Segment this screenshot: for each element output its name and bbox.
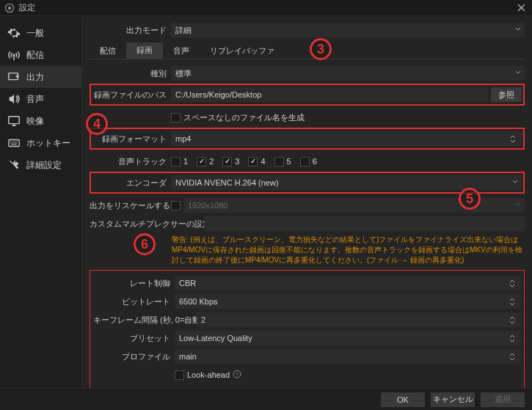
tab-stream[interactable]: 配信 [90, 43, 126, 59]
sidebar-item-label: 出力 [26, 71, 44, 84]
tab-replay-buffer[interactable]: リプレイバッファ [200, 43, 285, 59]
sidebar-item-output[interactable]: 出力 [0, 66, 81, 88]
encoder-settings-panel: レート制御 CBR ビットレート 6500 Kbps キーフレーム間隔 (秒, … [90, 270, 525, 388]
sidebar-item-general[interactable]: 一般 [0, 22, 81, 44]
lookahead-label: Look-ahead [187, 370, 230, 379]
custom-mux-label: カスタムマルチプレクサーの設定 [90, 219, 200, 230]
audio-track-5-checkbox[interactable] [274, 157, 284, 166]
rescale-value-select: 1920x1080 [183, 198, 525, 213]
keyboard-icon [7, 136, 21, 150]
audio-track-6-label: 6 [313, 157, 317, 166]
rate-control-label: レート制御 [93, 278, 170, 289]
bitrate-input[interactable]: 6500 Kbps [175, 294, 521, 309]
chevron-down-icon [514, 26, 522, 34]
chevron-down-icon [514, 69, 522, 78]
output-tabs: 配信 録画 音声 リプレイバッファ 3 [90, 43, 525, 59]
recording-format-label: 録画フォーマット [92, 133, 167, 144]
content-panel: 出力モード 詳細 配信 録画 音声 リプレイバッファ 3 種別 標準 録画ファイ… [82, 16, 532, 388]
recording-format-select[interactable]: mp4 [171, 131, 522, 146]
mp4-warning-text: 警告: (例えば、ブルースクリーン、電力損失などの結果として)ファイルをファイナ… [90, 235, 525, 266]
audio-track-4-checkbox[interactable] [248, 157, 258, 166]
preset-select[interactable]: Low-Latency Quality [175, 331, 521, 345]
output-mode-select[interactable]: 詳細 [171, 23, 525, 37]
bitrate-label: ビットレート [93, 296, 170, 307]
audio-track-1-checkbox[interactable] [171, 157, 181, 166]
cancel-button[interactable]: キャンセル [431, 392, 475, 407]
sidebar-item-audio[interactable]: 音声 [0, 88, 81, 110]
antenna-icon [7, 48, 21, 62]
sidebar-item-stream[interactable]: 配信 [0, 44, 81, 66]
annotation-badge-3: 3 [310, 38, 332, 60]
sidebar-item-hotkeys[interactable]: ホットキー [0, 132, 81, 154]
sidebar-item-label: 詳細設定 [26, 159, 62, 172]
spin-icon [510, 131, 519, 146]
rescale-checkbox[interactable] [171, 201, 181, 211]
profile-select[interactable]: main [175, 349, 521, 364]
nospace-label: スペースなしのファイル名を生成 [183, 112, 305, 123]
svg-rect-4 [9, 117, 19, 124]
gear-icon [7, 26, 21, 40]
spin-icon [509, 312, 518, 327]
audio-track-3-checkbox[interactable] [222, 157, 232, 166]
sidebar-item-video[interactable]: 映像 [0, 110, 81, 132]
audio-tracks-label: 音声トラック [90, 156, 167, 167]
recording-type-select[interactable]: 標準 [171, 66, 525, 81]
audio-track-6-checkbox[interactable] [300, 157, 310, 166]
recording-path-label: 録画ファイルのパス [92, 89, 167, 100]
custom-mux-input[interactable] [204, 216, 525, 231]
spin-icon [509, 331, 518, 345]
nospace-checkbox[interactable] [171, 113, 181, 122]
output-icon [7, 70, 21, 84]
encoder-select[interactable]: NVIDIA NVENC H.264 (new) [171, 175, 522, 190]
audio-track-5-label: 5 [287, 157, 291, 166]
monitor-icon [7, 114, 21, 128]
audio-track-4-label: 4 [260, 157, 265, 166]
sidebar: 一般 配信 出力 音声 映像 ホットキー 詳細設定 [0, 16, 82, 388]
tab-audio[interactable]: 音声 [163, 43, 200, 59]
help-icon[interactable]: ? [233, 370, 241, 380]
spin-icon [509, 294, 518, 309]
output-mode-value: 詳細 [175, 25, 192, 36]
lookahead-checkbox[interactable] [175, 370, 184, 380]
rescale-label: 出力をリスケールする [90, 200, 167, 211]
sidebar-item-label: 配信 [26, 49, 44, 62]
sidebar-item-label: ホットキー [26, 137, 70, 150]
ok-button[interactable]: OK [381, 392, 425, 407]
keyframe-interval-label: キーフレーム間隔 (秒, 0=自動) [93, 315, 192, 326]
speaker-icon [7, 92, 21, 106]
tools-icon [7, 158, 21, 172]
encoder-label: エンコーダ [92, 177, 167, 188]
spin-icon [509, 349, 518, 364]
output-mode-label: 出力モード [90, 25, 167, 36]
window-title: 設定 [19, 2, 514, 13]
audio-track-3-label: 3 [235, 157, 239, 166]
audio-track-2-checkbox[interactable] [197, 157, 206, 166]
svg-point-1 [8, 6, 11, 9]
app-icon [4, 3, 15, 13]
sidebar-item-label: 一般 [26, 27, 44, 40]
profile-label: プロファイル [93, 351, 170, 362]
spin-icon [509, 276, 518, 290]
apply-button[interactable]: 適用 [481, 392, 525, 407]
close-icon[interactable] [514, 1, 528, 15]
recording-type-label: 種別 [90, 68, 167, 79]
psycho-visual-label: 心理視覚チューニング [187, 388, 268, 389]
preset-label: プリセット [93, 333, 170, 344]
audio-track-2-label: 2 [209, 157, 214, 166]
sidebar-item-advanced[interactable]: 詳細設定 [0, 154, 81, 176]
sidebar-item-label: 音声 [26, 93, 44, 106]
browse-button[interactable]: 参照 [491, 87, 522, 102]
tab-recording[interactable]: 録画 [126, 43, 163, 59]
audio-track-1-label: 1 [183, 157, 188, 166]
keyframe-interval-input[interactable]: 2 [197, 312, 521, 327]
recording-path-input[interactable]: C:/Users/Keigo/Desktop [171, 87, 488, 102]
chevron-down-icon [511, 178, 519, 187]
svg-text:?: ? [236, 371, 239, 378]
sidebar-item-label: 映像 [26, 115, 44, 128]
chevron-down-icon [514, 201, 522, 210]
rate-control-select[interactable]: CBR [175, 276, 521, 290]
